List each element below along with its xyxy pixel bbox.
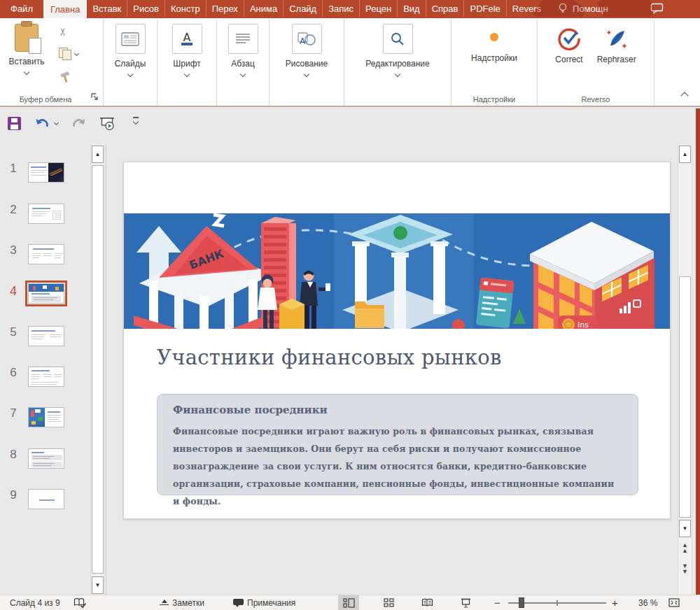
slide-thumbnail-8[interactable] [28, 448, 64, 469]
rephraser-feather-icon [605, 27, 629, 50]
undo-button[interactable] [35, 117, 58, 129]
tab-record[interactable]: Запис [323, 0, 360, 17]
reverso-group-label: Reverso [538, 95, 654, 104]
correct-icon [557, 27, 581, 50]
tab-animations[interactable]: Анима [244, 0, 284, 17]
tab-transitions[interactable]: Перех [206, 0, 244, 17]
slide-thumbnail-preview [28, 283, 64, 304]
slides-icon [115, 24, 146, 54]
tab-pdfelement[interactable]: PDFele [464, 0, 506, 17]
current-slide[interactable]: БАНК [123, 162, 671, 519]
slide-thumbnail-4-selected[interactable] [25, 281, 67, 306]
status-bar: Слайд 4 из 9 Заметки Примечания [0, 595, 700, 610]
editing-label: Редактирование [365, 59, 429, 69]
dialog-launcher-icon [90, 92, 99, 101]
slides-group: Слайды [104, 20, 158, 106]
paragraph-button[interactable]: Абзац [217, 24, 269, 76]
slide-illustration[interactable]: БАНК [124, 213, 670, 329]
spellcheck-button[interactable] [74, 595, 86, 610]
reading-view-button[interactable] [416, 595, 438, 610]
slide-thumbnail-1[interactable] [28, 162, 64, 183]
slide-thumbnail-preview [28, 448, 64, 469]
slide-thumbnail-7[interactable] [28, 407, 64, 427]
scroll-up-button[interactable]: ▲ [679, 146, 691, 163]
quick-access-toolbar [0, 108, 700, 145]
slide-thumbnail-5[interactable] [28, 326, 64, 346]
paste-label: Вставить [9, 57, 45, 66]
scissors-icon: ✂ [57, 27, 69, 36]
comments-icon [233, 598, 244, 607]
zoom-slider-thumb[interactable] [519, 597, 524, 608]
notes-button[interactable]: Заметки [160, 595, 204, 610]
zoom-out-button[interactable]: − [494, 595, 500, 610]
tab-slideshow[interactable]: Слайд [284, 0, 323, 17]
scroll-up-button[interactable]: ▲ [92, 146, 104, 163]
previous-slide-button[interactable]: ▲▲ [678, 542, 692, 553]
tab-draw[interactable]: Рисов [127, 0, 165, 17]
save-button[interactable] [8, 117, 21, 130]
thumbnail-number-1: 1 [6, 162, 21, 176]
next-slide-button[interactable]: ▼▼ [678, 563, 692, 574]
editing-canvas: БАНК [106, 145, 700, 595]
slide-thumbnail-preview [28, 489, 64, 509]
slide-thumbnail-preview [28, 407, 64, 427]
thumbnail-number-3: 3 [6, 243, 21, 257]
format-painter-button[interactable] [59, 71, 71, 84]
addins-button-label: Надстройки [471, 53, 517, 63]
slide-scrollbar[interactable]: ▲ ▼ [678, 145, 692, 595]
tab-design[interactable]: Констр [165, 0, 206, 17]
slide-thumbnail-2[interactable] [28, 204, 64, 224]
font-icon: A [172, 24, 202, 54]
tab-help[interactable]: Справ [426, 0, 465, 17]
scrollbar-thumb[interactable] [92, 165, 104, 574]
normal-view-button[interactable] [338, 595, 359, 610]
slide-counter[interactable]: Слайд 4 из 9 [10, 595, 60, 610]
content-card[interactable]: Финансовые посредники Финансовые посредн… [157, 394, 638, 495]
paste-dropdown-chevron [24, 69, 29, 75]
addins-button[interactable]: Надстройки [451, 24, 537, 63]
copy-icon [59, 48, 71, 59]
slide-thumbnail-preview [28, 367, 64, 387]
editing-button[interactable]: Редактирование [344, 24, 451, 76]
collapse-ribbon-button[interactable] [680, 92, 688, 99]
slide-thumbnail-3[interactable] [28, 244, 64, 264]
clipboard-dialog-launcher[interactable] [90, 91, 99, 104]
zoom-in-button[interactable]: + [612, 595, 618, 610]
comments-label: Примечания [247, 598, 295, 608]
font-button[interactable]: A Шрифт [158, 24, 216, 76]
thumbnail-number-5: 5 [6, 325, 21, 339]
tab-file[interactable]: Файл [0, 0, 43, 17]
thumbnail-panel-scrollbar[interactable]: ▲ ▼ [90, 145, 105, 595]
start-slideshow-button[interactable] [99, 117, 116, 132]
slide-thumbnail-9[interactable] [28, 489, 64, 509]
copy-button[interactable] [59, 48, 78, 59]
customize-qat-icon [133, 117, 139, 124]
tab-insert[interactable]: Вставк [87, 0, 127, 17]
tab-home[interactable]: Главна [43, 0, 87, 18]
clipboard-group: Вставить ✂ Буфер обмена [0, 20, 104, 106]
slideshow-view-button[interactable] [455, 595, 476, 610]
slide-thumbnail-6[interactable] [28, 367, 64, 387]
slides-button[interactable]: Слайды [104, 24, 157, 76]
comments-button[interactable]: Примечания [233, 595, 295, 610]
zoom-level[interactable]: 36 % [638, 595, 657, 610]
rephraser-button[interactable]: Rephraser [597, 27, 636, 64]
scrollbar-thumb[interactable] [679, 276, 691, 518]
correct-button[interactable]: Correct [555, 27, 582, 64]
slide-title-textbox[interactable]: Участники финансовых рынков [157, 346, 640, 369]
tab-review[interactable]: Рецен [360, 0, 398, 17]
thumbnail-number-6: 6 [6, 366, 21, 380]
redo-icon [71, 117, 86, 129]
drawing-button[interactable]: A Рисование [270, 24, 344, 76]
customize-qat-button[interactable] [133, 117, 139, 124]
fit-slide-to-window-button[interactable] [668, 595, 680, 610]
slide-sorter-view-button[interactable] [378, 595, 399, 610]
cut-button[interactable]: ✂ [59, 25, 68, 38]
tab-view[interactable]: Вид [398, 0, 426, 17]
scroll-down-button[interactable]: ▼ [679, 520, 691, 537]
redo-button[interactable] [71, 117, 86, 129]
paste-clipboard-icon [15, 24, 38, 52]
scroll-down-button[interactable]: ▼ [92, 576, 104, 594]
correct-label: Correct [555, 55, 582, 64]
paste-button[interactable]: Вставить [0, 24, 53, 74]
